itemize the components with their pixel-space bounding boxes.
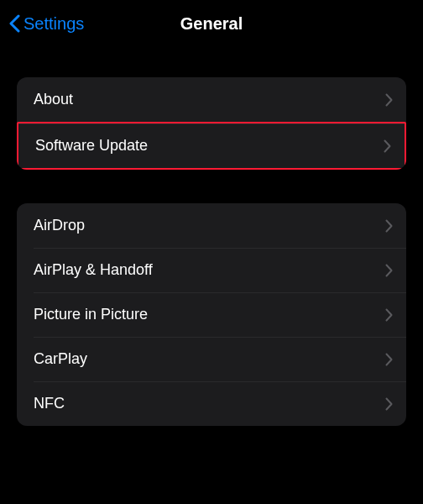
row-label: Software Update — [35, 137, 148, 155]
row-software-update[interactable]: Software Update — [17, 122, 406, 170]
chevron-right-icon — [384, 139, 391, 153]
row-carplay[interactable]: CarPlay — [17, 337, 406, 381]
chevron-right-icon — [385, 353, 393, 366]
chevron-right-icon — [385, 264, 393, 277]
row-nfc[interactable]: NFC — [17, 381, 406, 426]
row-label: Picture in Picture — [34, 306, 148, 323]
navigation-bar: Settings General — [0, 0, 423, 47]
settings-group-2: AirDrop AirPlay & Handoff Picture in Pic… — [17, 203, 406, 426]
row-label: NFC — [34, 395, 65, 412]
settings-group-1: About Software Update — [17, 77, 406, 170]
chevron-right-icon — [385, 219, 393, 233]
chevron-right-icon — [385, 397, 393, 411]
row-airplay-handoff[interactable]: AirPlay & Handoff — [17, 248, 406, 292]
content: About Software Update AirDrop AirPlay & … — [0, 77, 423, 426]
row-airdrop[interactable]: AirDrop — [17, 203, 406, 248]
chevron-right-icon — [385, 93, 393, 107]
row-label: AirPlay & Handoff — [34, 261, 153, 279]
row-picture-in-picture[interactable]: Picture in Picture — [17, 292, 406, 337]
chevron-right-icon — [385, 308, 393, 322]
back-label: Settings — [24, 14, 84, 34]
back-button[interactable]: Settings — [0, 14, 84, 34]
row-label: About — [34, 91, 73, 108]
row-label: AirDrop — [34, 217, 85, 234]
chevron-left-icon — [8, 14, 20, 33]
row-label: CarPlay — [34, 350, 87, 368]
row-about[interactable]: About — [17, 77, 406, 122]
